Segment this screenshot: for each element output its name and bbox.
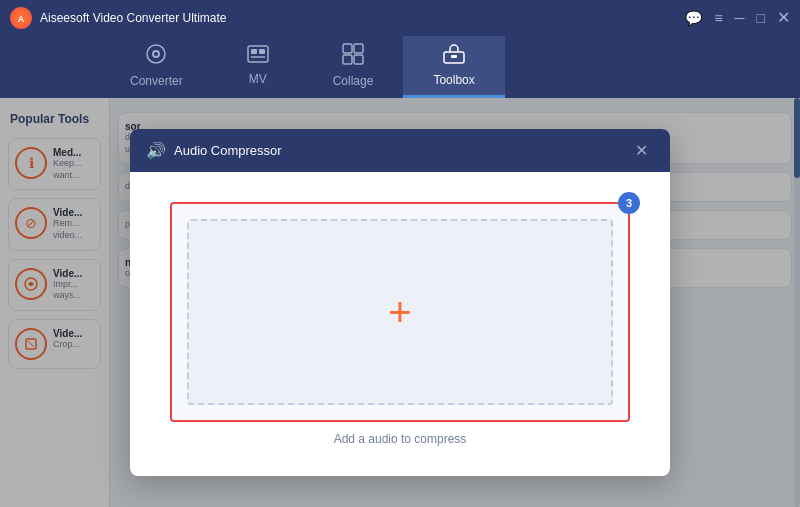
- drop-zone-inner: +: [187, 219, 613, 405]
- mv-icon: [247, 45, 269, 68]
- dialog-close-button[interactable]: ✕: [629, 139, 654, 162]
- app-title: Aiseesoft Video Converter Ultimate: [40, 11, 227, 25]
- dialog-header: 🔊 Audio Compressor ✕: [130, 129, 670, 172]
- main-content: Popular Tools ℹ Med... Keep...want... ⊘ …: [0, 98, 800, 507]
- title-bar-left: A Aiseesoft Video Converter Ultimate: [10, 7, 227, 29]
- svg-rect-6: [251, 49, 257, 54]
- menu-icon[interactable]: ≡: [714, 11, 722, 25]
- maximize-button[interactable]: □: [757, 11, 765, 25]
- svg-rect-5: [248, 46, 268, 62]
- svg-rect-14: [451, 55, 457, 58]
- tab-collage-label: Collage: [333, 74, 374, 88]
- toolbox-icon: [443, 44, 465, 69]
- audio-icon: 🔊: [146, 141, 166, 160]
- file-count-badge: 3: [618, 192, 640, 214]
- minimize-button[interactable]: ─: [735, 11, 745, 25]
- title-bar-controls: 💬 ≡ ─ □ ✕: [685, 10, 790, 26]
- svg-rect-9: [343, 44, 352, 53]
- svg-rect-10: [354, 44, 363, 53]
- svg-rect-7: [259, 49, 265, 54]
- tab-collage[interactable]: Collage: [303, 36, 404, 98]
- close-button[interactable]: ✕: [777, 10, 790, 26]
- drop-hint: Add a audio to compress: [334, 432, 467, 446]
- title-bar: A Aiseesoft Video Converter Ultimate 💬 ≡…: [0, 0, 800, 36]
- add-file-icon: +: [388, 292, 411, 332]
- chat-icon[interactable]: 💬: [685, 11, 702, 25]
- tab-toolbox-label: Toolbox: [433, 73, 474, 87]
- drop-zone-wrapper: 3 +: [170, 202, 630, 422]
- svg-text:A: A: [18, 14, 25, 24]
- svg-point-4: [154, 52, 158, 56]
- tab-converter-label: Converter: [130, 74, 183, 88]
- dialog-header-left: 🔊 Audio Compressor: [146, 141, 282, 160]
- drop-zone[interactable]: +: [170, 202, 630, 422]
- dialog-body: 3 + Add a audio to compress: [130, 172, 670, 476]
- tab-mv[interactable]: MV: [213, 36, 303, 98]
- app-logo: A: [10, 7, 32, 29]
- dialog-title: Audio Compressor: [174, 143, 282, 158]
- tab-mv-label: MV: [249, 72, 267, 86]
- audio-compressor-dialog: 🔊 Audio Compressor ✕ 3 + Add: [130, 129, 670, 476]
- svg-rect-11: [343, 55, 352, 64]
- collage-icon: [342, 43, 364, 70]
- nav-tabs: Converter MV Collage: [0, 36, 800, 98]
- tab-converter[interactable]: Converter: [100, 36, 213, 98]
- converter-icon: [145, 43, 167, 70]
- svg-rect-12: [354, 55, 363, 64]
- tab-toolbox[interactable]: Toolbox: [403, 36, 504, 98]
- modal-overlay: 🔊 Audio Compressor ✕ 3 + Add: [0, 98, 800, 507]
